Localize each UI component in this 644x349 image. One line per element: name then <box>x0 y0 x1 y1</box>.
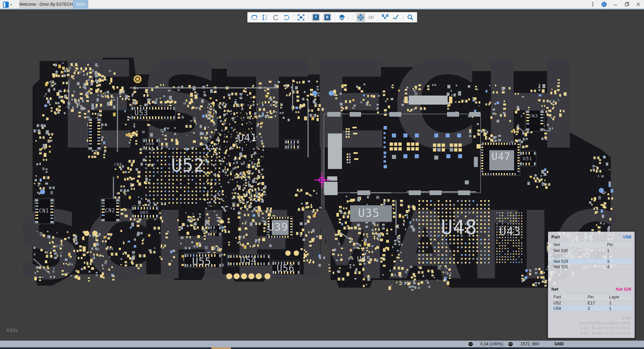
col-part[interactable]: Part <box>551 294 585 300</box>
view-toolbar: T B ⌄ 2D <box>247 12 417 22</box>
titlebar: ▾ Welcome - Orion By ESTECH A02s <box>0 0 644 9</box>
layers-icon[interactable] <box>338 14 346 21</box>
zoom-out-icon[interactable]: − <box>468 341 473 347</box>
zoom-in-icon[interactable]: + <box>508 341 513 347</box>
statusbar: − 0,34 (100%) + 1572, 980 GND <box>0 341 644 347</box>
component-mode-icon[interactable] <box>356 13 365 22</box>
app-logo-icon <box>2 1 9 8</box>
pcb-canvas[interactable] <box>0 9 644 341</box>
settings-gear-icon[interactable] <box>598 0 610 8</box>
inspector-panel: Part U58 Net Pin Net 530 1 GND 2 Net 529… <box>548 232 635 338</box>
tab-a02s[interactable]: A02s <box>73 0 88 8</box>
kebab-menu-icon[interactable] <box>587 0 598 8</box>
bottom-edge <box>0 347 644 349</box>
rotate-cw-icon[interactable] <box>283 14 290 21</box>
col-pin[interactable]: Pin <box>604 242 632 248</box>
flip-vertical-icon[interactable] <box>261 14 269 21</box>
selected-net-value[interactable]: Net 529 <box>616 287 631 292</box>
part-pin-row[interactable]: Net 531 4 <box>551 264 632 270</box>
rotate-ccw-icon[interactable] <box>272 14 280 21</box>
net-part-row-selected[interactable]: U58 3 1 <box>551 306 632 311</box>
selected-part-value[interactable]: U58 <box>623 234 631 239</box>
chevron-down-icon: ▾ <box>10 3 12 6</box>
col-layer[interactable]: Layer <box>606 294 632 300</box>
fit-view-icon[interactable] <box>297 14 305 21</box>
tab-welcome[interactable]: Welcome - Orion By ESTECH <box>19 0 73 8</box>
pcb-viewport: U53U60U52U41U59CN4CN1CN2U65U37U64U32U39U… <box>0 9 644 341</box>
col-net[interactable]: Net <box>551 242 604 248</box>
part-pins-table: Net Pin Net 530 1 GND 2 Net 529 3 Net 53… <box>551 241 632 270</box>
net-trace-icon[interactable] <box>381 14 389 21</box>
part-section-title: Part <box>551 234 560 239</box>
active-net-label: GND <box>554 341 564 347</box>
zoom-level: 0,34 (100%) <box>480 341 503 347</box>
gpu-watermark: Intel Intel(R) HD Graphics 4600 4.30 - B… <box>579 316 631 336</box>
col-pin[interactable]: Pin <box>585 294 606 300</box>
bottom-layer-button[interactable]: B <box>323 13 331 21</box>
close-icon[interactable] <box>633 0 644 8</box>
cursor-coordinates: 1572, 980 <box>521 341 539 347</box>
board-name-watermark: A02s <box>6 327 18 333</box>
net-section-title: Net <box>551 287 558 292</box>
mode-2d-label[interactable]: 2D <box>368 15 374 20</box>
part-pin-row[interactable]: GND 2 <box>551 253 632 259</box>
search-icon[interactable] <box>406 14 414 21</box>
app-menu-button[interactable]: ▾ <box>2 0 17 9</box>
minimize-icon[interactable] <box>610 0 621 8</box>
part-pin-row[interactable]: Net 530 1 <box>551 248 632 253</box>
layers-chevron-icon[interactable]: ⌄ <box>347 16 349 19</box>
flip-horizontal-icon[interactable] <box>251 14 258 21</box>
restore-icon[interactable] <box>621 0 633 8</box>
net-parts-table: Part Pin Layer U52 E17 1 U58 3 1 <box>551 294 632 311</box>
measure-icon[interactable] <box>392 14 399 21</box>
net-part-row[interactable]: U52 E17 1 <box>551 300 632 306</box>
top-layer-button[interactable]: T <box>312 13 320 21</box>
part-pin-row-selected[interactable]: Net 529 3 <box>551 259 632 264</box>
